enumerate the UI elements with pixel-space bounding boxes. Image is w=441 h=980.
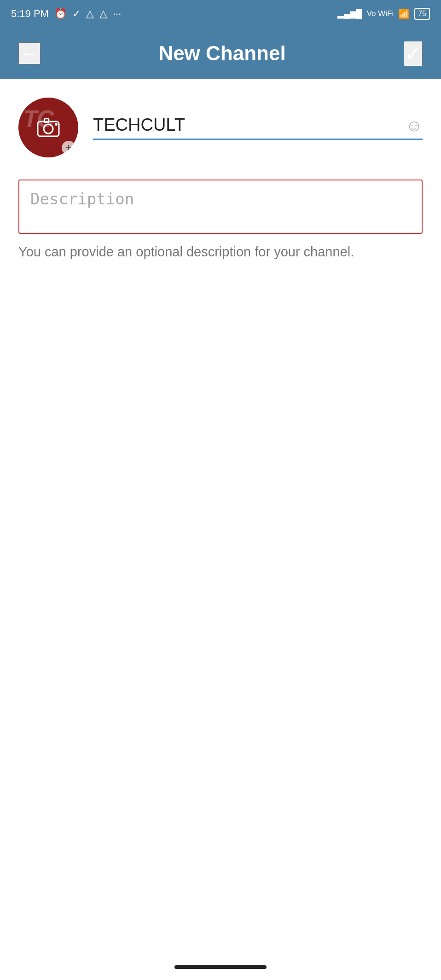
dots-icon: ··· bbox=[113, 8, 121, 20]
drive2-icon: △ bbox=[99, 8, 107, 20]
svg-point-3 bbox=[55, 123, 58, 126]
description-input-wrapper bbox=[18, 180, 423, 234]
confirm-button[interactable]: ✓ bbox=[404, 41, 423, 66]
status-bar-left: 5:19 PM ⏰ ✓ △ △ ··· bbox=[11, 8, 121, 20]
home-indicator bbox=[174, 965, 267, 969]
channel-name-row: TC + ☺ bbox=[18, 98, 423, 157]
svg-rect-2 bbox=[44, 119, 49, 122]
status-time: 5:19 PM bbox=[11, 8, 49, 20]
status-bar: 5:19 PM ⏰ ✓ △ △ ··· ▂▄▆█ Vo WiFi 📶 75 bbox=[0, 0, 441, 28]
vo-wifi-label: Vo WiFi bbox=[367, 9, 394, 18]
camera-icon bbox=[36, 115, 61, 140]
drive-icon: △ bbox=[86, 8, 94, 20]
svg-point-1 bbox=[44, 124, 53, 133]
content-area: TC + ☺ You can provide an opti bbox=[0, 79, 441, 281]
description-input[interactable] bbox=[30, 190, 411, 222]
name-input-area: ☺ bbox=[93, 115, 423, 140]
plus-badge: + bbox=[62, 141, 75, 155]
avatar-wrapper[interactable]: TC + bbox=[18, 98, 78, 157]
description-hint: You can provide an optional description … bbox=[18, 242, 423, 262]
app-bar: ← New Channel ✓ bbox=[0, 28, 441, 79]
description-section: You can provide an optional description … bbox=[18, 180, 423, 262]
channel-name-input[interactable] bbox=[93, 115, 423, 140]
battery-value: 75 bbox=[418, 10, 426, 17]
battery-indicator: 75 bbox=[414, 8, 430, 20]
page-title: New Channel bbox=[158, 42, 285, 65]
wifi-icon: 📶 bbox=[398, 8, 410, 19]
signal-icon: ▂▄▆█ bbox=[337, 9, 362, 19]
back-button[interactable]: ← bbox=[18, 42, 41, 64]
status-bar-right: ▂▄▆█ Vo WiFi 📶 75 bbox=[337, 8, 430, 20]
alarm-icon: ⏰ bbox=[54, 8, 67, 20]
check-icon: ✓ bbox=[72, 8, 81, 20]
emoji-button[interactable]: ☺ bbox=[406, 116, 423, 135]
